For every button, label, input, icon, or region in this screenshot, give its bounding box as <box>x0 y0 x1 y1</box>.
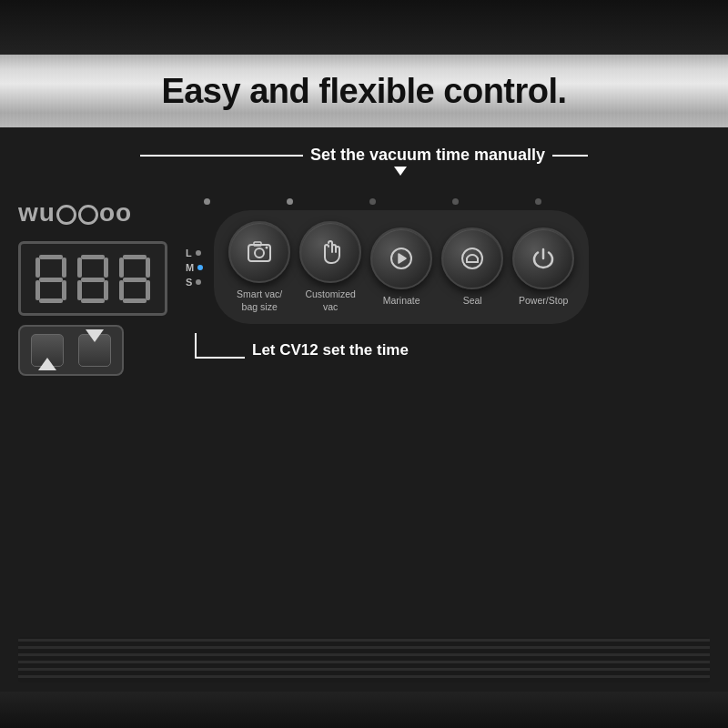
customized-vac-button[interactable]: Customizedvac <box>299 221 361 313</box>
smart-vac-label: Smart vac/bag size <box>237 288 282 313</box>
marinate-icon <box>387 244 416 273</box>
power-stop-label: Power/Stop <box>519 295 568 308</box>
lms-l: L <box>186 248 203 258</box>
device-area: wuoo <box>0 180 728 623</box>
vent-lines <box>18 637 710 682</box>
up-arrow-icon <box>38 342 56 359</box>
digit-1 <box>34 253 68 304</box>
power-stop-button[interactable]: Power/Stop <box>512 228 574 308</box>
lms-s-dot <box>196 279 201 285</box>
l-bracket-icon <box>195 333 245 359</box>
lms-l-dot <box>196 250 201 256</box>
marinate-label: Marinate <box>383 295 420 308</box>
indicator-dot-5 <box>535 198 541 205</box>
down-arrow-icon <box>86 342 104 359</box>
marinate-button[interactable]: Marinate <box>370 228 432 308</box>
svg-point-5 <box>462 248 482 268</box>
customized-vac-circle <box>299 221 361 283</box>
left-panel: wuoo <box>18 198 167 376</box>
buttons-container: Smart vac/bag size <box>214 210 589 324</box>
dark-middle: Set the vacuum time manually wuoo <box>0 127 728 692</box>
smart-vac-circle <box>228 221 290 283</box>
cv12-label: Let CV12 set the time <box>252 341 409 359</box>
power-stop-circle <box>512 228 574 289</box>
lms-m-dot <box>197 265 203 270</box>
brand-logo: wuoo <box>18 198 132 228</box>
vacuum-label-text: Set the vacuum time manually <box>303 146 552 165</box>
cv12-annotation: Let CV12 set the time <box>195 333 710 359</box>
down-button[interactable] <box>78 334 111 367</box>
vacuum-arrow-down <box>394 167 407 176</box>
smart-vac-button[interactable]: Smart vac/bag size <box>228 221 290 313</box>
customized-vac-label: Customizedvac <box>305 288 355 313</box>
digit-3 <box>117 253 152 304</box>
digit-2 <box>76 253 110 304</box>
svg-point-1 <box>255 248 264 258</box>
vacuum-label-box: Set the vacuum time manually <box>140 146 588 176</box>
display-panel <box>18 241 167 316</box>
control-panel: L M S <box>186 198 710 359</box>
bottom-stripe <box>0 692 728 728</box>
customized-vac-icon <box>316 238 345 267</box>
marinate-circle <box>370 228 432 289</box>
seal-button[interactable]: Seal <box>441 228 503 308</box>
smart-vac-icon <box>245 238 274 267</box>
silver-bar: Easy and flexible control. <box>0 55 728 127</box>
lms-m: M <box>186 262 203 273</box>
indicator-dot-4 <box>452 198 459 205</box>
power-stop-icon <box>529 244 558 273</box>
seal-label: Seal <box>463 295 482 308</box>
vacuum-label-section: Set the vacuum time manually <box>0 127 728 180</box>
lms-labels: L M S <box>186 248 203 288</box>
seal-circle <box>441 228 503 289</box>
indicator-dot-2 <box>287 198 293 205</box>
page-wrapper: Easy and flexible control. Set the vacuu… <box>0 0 728 728</box>
up-button[interactable] <box>31 334 64 367</box>
top-stripe <box>0 0 728 55</box>
main-title: Easy and flexible control. <box>161 72 566 111</box>
lms-s: S <box>186 277 203 288</box>
svg-point-3 <box>266 247 268 249</box>
indicator-dot-1 <box>204 198 210 205</box>
updown-panel <box>18 325 124 376</box>
seal-icon <box>458 244 487 273</box>
lms-l-text: L <box>186 248 192 258</box>
lms-s-text: S <box>186 277 192 288</box>
indicator-dot-3 <box>369 198 376 205</box>
lms-m-text: M <box>186 262 194 273</box>
